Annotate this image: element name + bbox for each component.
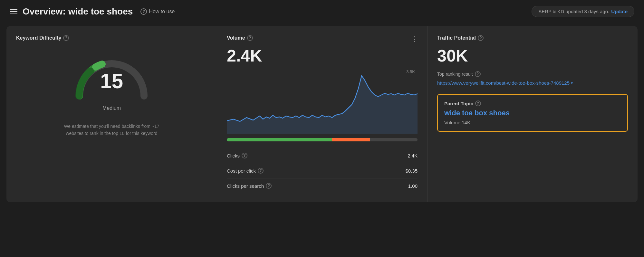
cps-value: 1.00 <box>408 183 418 189</box>
kd-info-icon[interactable]: ? <box>63 35 69 41</box>
clicks-row: Clicks ? 2.4K <box>227 148 418 163</box>
cps-info-icon[interactable]: ? <box>266 183 272 189</box>
kd-card-title: Keyword Difficulty ? <box>16 35 69 41</box>
traffic-potential-card: Traffic Potential ? 30K Top ranking resu… <box>427 26 638 202</box>
cost-per-click-row: Cost per click ? $0.35 <box>227 163 418 178</box>
help-icon: ? <box>140 8 147 15</box>
cps-label: Clicks per search ? <box>227 183 272 189</box>
how-to-use-label: How to use <box>149 9 175 14</box>
chart-max-label: 3.5K <box>406 69 415 74</box>
page-title: Overview: wide toe shoes <box>23 6 133 17</box>
cpc-info-icon[interactable]: ? <box>258 168 264 174</box>
clicks-value: 2.4K <box>408 153 418 158</box>
organic-clicks-bar <box>227 138 332 141</box>
volume-card-title: Volume ? <box>227 35 418 41</box>
cards-container: Keyword Difficulty ? 15 Medium We estima… <box>6 26 638 202</box>
paid-clicks-bar <box>332 138 370 141</box>
dashed-line <box>227 94 418 94</box>
kd-value: 15 <box>100 71 123 91</box>
gauge-container: 15 <box>70 49 154 101</box>
clicks-info-icon[interactable]: ? <box>242 153 247 158</box>
svg-marker-0 <box>227 76 418 134</box>
clicks-label: Clicks ? <box>227 153 247 158</box>
kd-description: We estimate that you'll need backlinks f… <box>60 123 163 137</box>
traffic-card-title: Traffic Potential ? <box>437 35 628 41</box>
volume-chart: 3.5K <box>227 69 418 134</box>
update-button[interactable]: Update <box>611 9 628 14</box>
url-dropdown-arrow[interactable]: ▾ <box>571 81 573 86</box>
header: Overview: wide toe shoes ? How to use SE… <box>0 0 644 23</box>
volume-value: 2.4K <box>227 46 418 65</box>
cpc-label: Cost per click ? <box>227 168 264 174</box>
serp-status-badge: SERP & KD updated 3 days ago. Update <box>532 6 634 17</box>
parent-topic-info-icon[interactable]: ? <box>475 100 481 106</box>
more-options-icon[interactable]: ⋮ <box>411 35 419 43</box>
ranking-url-link[interactable]: https://www.verywellfit.com/best-wide-to… <box>437 80 628 86</box>
serp-status-text: SERP & KD updated 3 days ago. <box>538 9 609 14</box>
parent-topic-title: Parent Topic ? <box>444 100 621 106</box>
kd-label: Medium <box>102 105 121 111</box>
menu-button[interactable] <box>10 9 17 14</box>
traffic-info-icon[interactable]: ? <box>478 35 484 41</box>
keyword-difficulty-card: Keyword Difficulty ? 15 Medium We estima… <box>6 26 217 202</box>
click-distribution-bar <box>227 138 418 141</box>
volume-card: Volume ? ⋮ 2.4K 3.5K Clicks ? 2.4K <box>217 26 427 202</box>
parent-topic-link[interactable]: wide toe box shoes <box>444 109 621 117</box>
clicks-per-search-row: Clicks per search ? 1.00 <box>227 178 418 193</box>
parent-topic-volume: Volume 14K <box>444 120 621 125</box>
cpc-value: $0.35 <box>405 168 418 174</box>
volume-info-icon[interactable]: ? <box>247 35 253 41</box>
parent-topic-box: Parent Topic ? wide toe box shoes Volume… <box>437 94 628 132</box>
top-ranking-info-icon[interactable]: ? <box>475 71 481 77</box>
traffic-value: 30K <box>437 46 628 65</box>
volume-chart-svg <box>227 69 418 134</box>
how-to-use-button[interactable]: ? How to use <box>140 8 175 15</box>
top-ranking-label: Top ranking result ? <box>437 71 628 77</box>
